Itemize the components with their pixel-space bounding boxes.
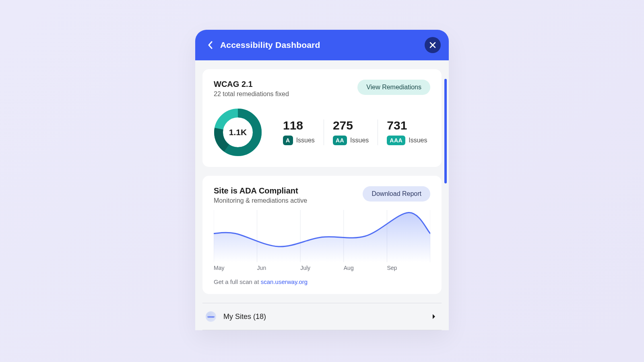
compliance-title: Site is ADA Compliant	[214, 186, 307, 195]
stat-value: 118	[283, 119, 315, 132]
page-title: Accessibility Dashboard	[220, 40, 320, 50]
dashboard-panel: Accessibility Dashboard WCAG 2.1 22 tota…	[195, 30, 449, 330]
chart-tick-label: May	[214, 265, 257, 271]
chevron-right-icon	[432, 314, 436, 319]
chart-tick-label: Jun	[257, 265, 301, 271]
stat-value: 731	[387, 119, 427, 132]
close-icon	[429, 42, 436, 48]
my-sites-label: My Sites (18)	[223, 313, 432, 321]
scan-hint: Get a full scan at scan.userway.org	[214, 278, 430, 285]
www-icon: www	[206, 311, 216, 322]
trend-chart	[214, 210, 430, 262]
level-badge-aaa: AAA	[387, 136, 405, 145]
close-button[interactable]	[425, 37, 441, 53]
stat-value: 275	[333, 119, 369, 132]
wcag-card: WCAG 2.1 22 total remediations fixed Vie…	[202, 69, 442, 167]
view-remediations-button[interactable]: View Remediations	[357, 80, 430, 95]
download-report-button[interactable]: Download Report	[363, 186, 430, 202]
level-badge-aa: AA	[333, 136, 347, 145]
my-sites-row[interactable]: www My Sites (18)	[202, 303, 442, 330]
stat-label: Issues	[409, 137, 427, 144]
wcag-title: WCAG 2.1	[214, 80, 289, 89]
wcag-subtitle: 22 total remediations fixed	[214, 90, 289, 98]
compliance-subtitle: Monitoring & remediations active	[214, 197, 307, 204]
back-button[interactable]	[205, 39, 216, 51]
chevron-left-icon	[208, 41, 213, 49]
issues-level-aaa: 731 AAA Issues	[378, 119, 436, 145]
scan-link[interactable]: scan.userway.org	[261, 278, 308, 285]
scan-prefix: Get a full scan at	[214, 278, 261, 285]
donut-center-value: 1.1K	[214, 108, 262, 156]
issues-level-aa: 275 AA Issues	[324, 119, 378, 145]
wcag-stats-row: 1.1K 118 A Issues 275 AA Issues	[214, 108, 430, 156]
chart-x-labels: MayJunJulyAugSep	[214, 265, 430, 271]
stat-label: Issues	[350, 137, 369, 144]
level-badge-a: A	[283, 136, 293, 145]
chart-tick-label: Aug	[344, 265, 387, 271]
content-area: WCAG 2.1 22 total remediations fixed Vie…	[195, 69, 449, 330]
trend-chart-svg	[214, 210, 430, 262]
compliance-card-header: Site is ADA Compliant Monitoring & remed…	[214, 186, 430, 204]
issues-level-a: 118 A Issues	[274, 119, 324, 145]
header-bar: Accessibility Dashboard	[195, 30, 449, 60]
donut-chart: 1.1K	[214, 108, 262, 156]
chart-tick-label: Sep	[387, 265, 430, 271]
chart-tick-label: July	[300, 265, 344, 271]
scrollbar-thumb[interactable]	[444, 79, 447, 183]
stat-label: Issues	[296, 137, 315, 144]
compliance-card: Site is ADA Compliant Monitoring & remed…	[202, 176, 442, 294]
wcag-card-header: WCAG 2.1 22 total remediations fixed Vie…	[214, 80, 430, 98]
